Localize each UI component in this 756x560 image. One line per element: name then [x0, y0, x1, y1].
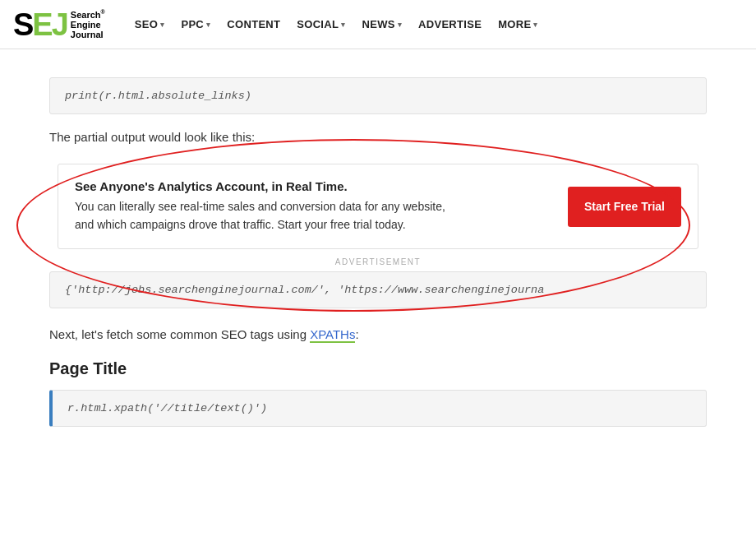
chevron-down-icon: ▾	[341, 21, 345, 29]
nav-item-news[interactable]: NEWS ▾	[354, 0, 411, 49]
chevron-down-icon: ▾	[533, 21, 537, 29]
xpaths-link[interactable]: XPATHs	[310, 327, 355, 343]
main-content: print(r.html.absolute_links) The partial…	[25, 49, 731, 455]
ad-oval-wrapper: See Anyone's Analytics Account, in Real …	[49, 164, 707, 249]
nav-item-more[interactable]: MORE ▾	[490, 0, 546, 49]
start-free-trial-button[interactable]: Start Free Trial	[568, 187, 681, 227]
nav-item-content[interactable]: CONTENT	[219, 0, 288, 49]
page-title-heading: Page Title	[49, 359, 707, 378]
paragraph-1: The partial output would look like this:	[49, 127, 707, 147]
logo[interactable]: SEJ Search® Engine Journal	[13, 9, 105, 40]
ad-description: You can literally see real-time sales an…	[75, 198, 551, 234]
logo-s: S	[13, 7, 32, 42]
code-block-xpath: r.html.xpath('//title/text()')	[49, 390, 707, 427]
logo-e: E	[32, 7, 51, 42]
logo-letters: SEJ	[13, 9, 67, 40]
advertisement-label: ADVERTISEMENT	[49, 257, 707, 266]
nav-item-social[interactable]: SOCIAL ▾	[288, 0, 353, 49]
chevron-down-icon: ▾	[160, 21, 164, 29]
ad-box: See Anyone's Analytics Account, in Real …	[58, 164, 698, 249]
logo-j: J	[52, 7, 67, 42]
nav-items: SEO ▾ PPC ▾ CONTENT SOCIAL ▾ NEWS ▾ ADVE…	[127, 0, 546, 49]
logo-text: Search® Engine Journal	[71, 9, 105, 39]
nav-item-ppc[interactable]: PPC ▾	[173, 0, 219, 49]
code-block-1: print(r.html.absolute_links)	[49, 77, 707, 114]
code-block-url: {'http://jobs.searchenginejournal.com/',…	[49, 271, 707, 308]
chevron-down-icon: ▾	[206, 21, 210, 29]
header: SEJ Search® Engine Journal SEO ▾ PPC ▾ C…	[0, 0, 756, 49]
nav-item-seo[interactable]: SEO ▾	[127, 0, 173, 49]
ad-title: See Anyone's Analytics Account, in Real …	[75, 179, 551, 193]
nav-item-advertise[interactable]: ADVERTISE	[410, 0, 490, 49]
nav-bar: SEJ Search® Engine Journal SEO ▾ PPC ▾ C…	[0, 0, 756, 49]
paragraph-2: Next, let's fetch some common SEO tags u…	[49, 325, 707, 345]
chevron-down-icon: ▾	[398, 21, 402, 29]
ad-text: See Anyone's Analytics Account, in Real …	[75, 179, 551, 234]
